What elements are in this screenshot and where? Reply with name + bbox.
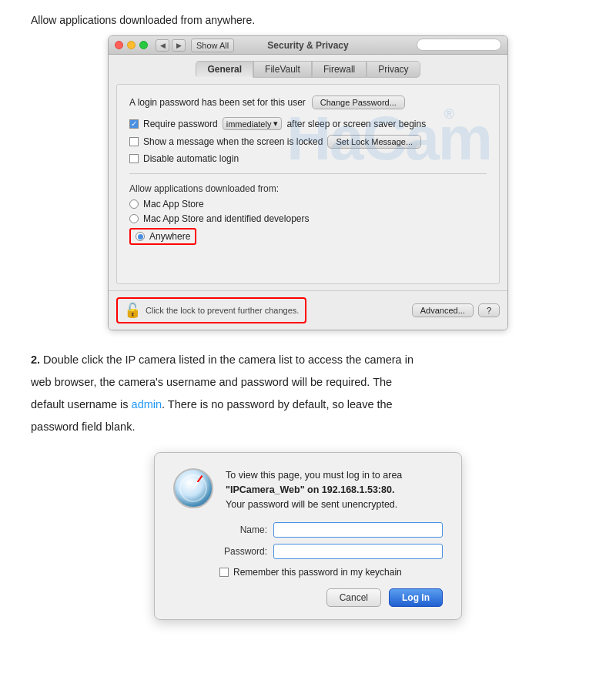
separator xyxy=(129,173,487,174)
radio-mac-app-store-label: Mac App Store xyxy=(143,199,204,209)
titlebar: ◀ ▶ Show All Security & Privacy xyxy=(109,36,507,55)
traffic-lights xyxy=(115,41,148,49)
show-all-button[interactable]: Show All xyxy=(191,39,234,52)
disable-autologin-label: Disable automatic login xyxy=(143,153,239,164)
tab-bar: General FileVault Firewall Privacy xyxy=(109,55,507,78)
require-password-checkbox[interactable]: ✓ xyxy=(129,119,139,129)
step2-paragraph: 2. Double click the IP camera listed in … xyxy=(31,349,585,438)
show-message-label: Show a message when the screen is locked xyxy=(143,136,323,147)
admin-link: admin xyxy=(132,398,162,410)
step2-text5: password field blank. xyxy=(31,421,135,433)
require-password-row: ✓ Require password immediately ▾ after s… xyxy=(129,117,487,130)
radio-identified-btn[interactable] xyxy=(129,214,139,223)
set-lock-message-button[interactable]: Set Lock Message... xyxy=(327,135,421,149)
name-field-row: Name: xyxy=(173,522,443,538)
allow-apps-section: Allow applications downloaded from: Mac … xyxy=(129,183,487,245)
password-input[interactable] xyxy=(273,544,443,559)
advanced-button[interactable]: Advanced... xyxy=(412,303,474,317)
fullscreen-button[interactable] xyxy=(139,41,148,49)
name-label: Name: xyxy=(213,524,267,535)
safari-icon xyxy=(173,468,213,508)
change-password-button[interactable]: Change Password... xyxy=(312,96,405,109)
tab-general[interactable]: General xyxy=(196,61,253,78)
intro-text: Allow applications downloaded from anywh… xyxy=(31,14,585,26)
after-sleep-label: after sleep or screen saver begins xyxy=(286,119,426,129)
anywhere-highlight: Anywhere xyxy=(129,228,196,245)
require-password-label: Require password xyxy=(143,119,218,129)
tab-firewall[interactable]: Firewall xyxy=(312,61,367,78)
search-box[interactable] xyxy=(417,39,501,51)
remember-label: Remember this password in my keychain xyxy=(233,567,402,578)
login-password-label: A login password has been set for this u… xyxy=(129,97,306,108)
dialog-top: To view this page, you must log in to ar… xyxy=(173,468,443,511)
radio-mac-app-store-btn[interactable] xyxy=(129,199,139,209)
cancel-button[interactable]: Cancel xyxy=(326,588,381,607)
back-button[interactable]: ◀ xyxy=(156,39,169,52)
radio-mac-app-store-identified: Mac App Store and identified developers xyxy=(129,213,487,224)
login-button[interactable]: Log In xyxy=(389,588,443,607)
window-content: HaCam ® A login password has been set fo… xyxy=(116,84,500,284)
password-field-row: Password: xyxy=(173,544,443,559)
lock-right-buttons: Advanced... ? xyxy=(412,303,500,317)
radio-anywhere-label: Anywhere xyxy=(149,231,190,242)
lock-button-area[interactable]: 🔓 Click the lock to prevent further chan… xyxy=(116,297,306,323)
dropdown-value: immediately xyxy=(226,119,272,129)
nav-buttons: ◀ ▶ Show All xyxy=(156,39,234,52)
dialog-buttons: Cancel Log In xyxy=(173,588,443,607)
window-title: Security & Privacy xyxy=(267,40,348,51)
help-button[interactable]: ? xyxy=(478,303,500,317)
tab-filevault[interactable]: FileVault xyxy=(253,61,312,78)
step2-text4: . There is no password by default, so le… xyxy=(162,398,393,410)
name-input[interactable] xyxy=(273,522,443,538)
dialog-message1: To view this page, you must log in to ar… xyxy=(226,470,402,481)
immediately-dropdown[interactable]: immediately ▾ xyxy=(223,117,283,130)
dialog-fields: Name: Password: xyxy=(173,522,443,559)
dialog-message: To view this page, you must log in to ar… xyxy=(226,468,402,511)
step2-number: 2. xyxy=(31,354,40,366)
disable-autologin-row: Disable automatic login xyxy=(129,153,487,164)
remember-row: Remember this password in my keychain xyxy=(173,567,443,578)
allow-apps-title: Allow applications downloaded from: xyxy=(129,183,487,194)
lock-text: Click the lock to prevent further change… xyxy=(146,306,299,315)
forward-button[interactable]: ▶ xyxy=(172,39,186,52)
lockbar: 🔓 Click the lock to prevent further chan… xyxy=(109,290,507,330)
password-label: Password: xyxy=(213,546,267,557)
lock-icon: 🔓 xyxy=(124,302,141,319)
step2-text1: Double click the IP camera listed in the… xyxy=(40,354,413,366)
close-button[interactable] xyxy=(115,41,123,49)
step2-text2: web browser, the camera's username and p… xyxy=(31,376,392,388)
remember-checkbox[interactable] xyxy=(219,568,229,577)
step2-text3: default username is xyxy=(31,398,132,410)
mac-security-window: ◀ ▶ Show All Security & Privacy General … xyxy=(108,35,508,330)
radio-mac-app-store: Mac App Store xyxy=(129,199,487,209)
tab-privacy[interactable]: Privacy xyxy=(367,61,420,78)
dropdown-arrow: ▾ xyxy=(273,119,278,129)
radio-anywhere-row: Anywhere xyxy=(129,228,487,245)
dialog-message2: "IPCamera_Web" on 192.168.1.53:80. xyxy=(226,484,394,495)
show-message-row: Show a message when the screen is locked… xyxy=(129,135,487,149)
dialog-message3: Your password will be sent unencrypted. xyxy=(226,499,397,510)
minimize-button[interactable] xyxy=(127,41,136,49)
login-dialog-wrap: To view this page, you must log in to ar… xyxy=(31,452,585,620)
disable-autologin-checkbox[interactable] xyxy=(129,154,139,163)
radio-identified-label: Mac App Store and identified developers xyxy=(143,213,309,224)
login-dialog: To view this page, you must log in to ar… xyxy=(154,452,462,620)
login-password-row: A login password has been set for this u… xyxy=(129,96,487,109)
show-message-checkbox[interactable] xyxy=(129,137,139,146)
radio-anywhere-btn[interactable] xyxy=(136,232,145,241)
